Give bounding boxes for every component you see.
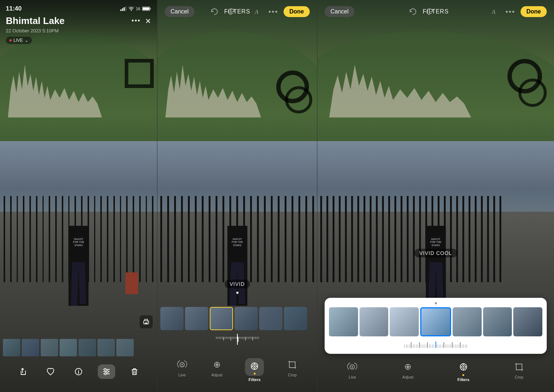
tick-8 (416, 344, 417, 348)
filter-thumb-5[interactable] (259, 307, 282, 330)
p3-topbar: Cancel FILTERS A (317, 0, 554, 23)
fp-thumb-5[interactable] (453, 307, 482, 336)
tick-21 (437, 344, 438, 348)
thumb-4[interactable] (60, 339, 77, 356)
p2-dot-indicator (236, 292, 238, 294)
svg-point-39 (463, 366, 464, 368)
thumb-3[interactable] (41, 339, 58, 356)
svg-point-34 (352, 366, 353, 368)
fp-thumb-1[interactable] (329, 307, 358, 336)
p2-bottom-tabs: Live Adjust (157, 355, 317, 385)
p3-done-button[interactable]: Done (521, 6, 547, 17)
p2-tab-crop[interactable]: Crop (281, 355, 303, 385)
tick-10-major (419, 342, 420, 348)
p2-auto-button[interactable]: A (252, 6, 263, 17)
p2-filters-label-tab: Filters (249, 377, 261, 382)
edit-button[interactable] (98, 364, 115, 379)
filters-panel-vivid-cool: SH⊙OTFOR THESTARS Cancel FILTERS (317, 0, 554, 392)
tick-6 (413, 344, 413, 348)
thumb-6[interactable] (97, 339, 115, 356)
filter-thumb-4[interactable] (234, 307, 258, 330)
heart-icon (46, 367, 55, 376)
p2-cancel-button[interactable]: Cancel (165, 6, 194, 17)
p2-filter-strip[interactable] (157, 307, 317, 330)
p2-tab-live[interactable]: Live (171, 355, 193, 385)
share-button[interactable] (14, 364, 31, 379)
svg-point-16 (104, 369, 106, 371)
deco-wheel (125, 59, 154, 88)
p3-auto-button[interactable]: A (489, 6, 500, 17)
info-button[interactable] (70, 364, 87, 379)
tick-23 (440, 344, 441, 348)
thumbnail-strip[interactable] (0, 337, 157, 359)
p3-tab-live[interactable]: Live (341, 357, 363, 385)
thumb-5[interactable] (79, 339, 96, 356)
delete-button[interactable] (126, 364, 143, 379)
tick-19 (434, 344, 434, 348)
fp-slider-area[interactable] (329, 340, 542, 349)
p2-slider-container[interactable] (157, 334, 317, 345)
tick-4 (409, 344, 410, 348)
svg-point-23 (216, 364, 218, 366)
p2-done-button[interactable]: Done (284, 6, 310, 17)
tick-5-major (411, 342, 412, 348)
p3-auto-icon: A (490, 8, 498, 16)
print-button[interactable] (140, 315, 153, 328)
signal-icon (120, 7, 127, 11)
more-button[interactable]: ••• (132, 17, 141, 25)
p2-deco-wheel2 (285, 86, 312, 113)
fp-thumb-6[interactable] (483, 307, 512, 336)
filter-thumb-6[interactable] (284, 307, 307, 330)
tick-15-major (427, 342, 428, 348)
live-badge[interactable]: LIVE ⌄ (6, 37, 32, 44)
tick-28 (449, 344, 449, 348)
svg-rect-8 (145, 323, 148, 324)
p3-undo-button[interactable] (407, 6, 418, 17)
fp-thumb-3[interactable] (390, 307, 419, 336)
battery-icon (142, 7, 151, 11)
p3-tab-crop[interactable]: Crop (508, 357, 530, 385)
fp-thumb-4-selected[interactable] (420, 307, 451, 336)
auto-icon: A (253, 8, 261, 16)
status-time: 11:40 (6, 5, 21, 12)
svg-point-26 (254, 365, 255, 367)
p2-tab-filters[interactable]: Filters (241, 355, 268, 385)
tick-14 (426, 344, 426, 348)
fp-thumb-7[interactable] (513, 307, 542, 336)
tick-22 (439, 344, 439, 348)
tick-33 (457, 344, 457, 348)
photo-title: Bhimtal Lake (6, 15, 65, 27)
photo-subtitle: 22 October 2023 5:10PM (6, 28, 151, 33)
p3-tab-adjust[interactable]: Adjust (397, 357, 419, 385)
fp-dot-row (329, 302, 542, 304)
p3-cancel-button[interactable]: Cancel (325, 6, 354, 17)
tick-2 (406, 344, 407, 348)
p2-tab-adjust[interactable]: Adjust (206, 355, 228, 385)
p2-more-button[interactable]: ••• (268, 6, 279, 17)
title-actions[interactable]: ••• ✕ (132, 17, 151, 25)
p1-header: 11:40 16 (0, 0, 157, 47)
p3-live-tab-label: Live (349, 375, 356, 379)
thumb-2[interactable] (22, 339, 39, 356)
fp-thumb-2[interactable] (360, 307, 389, 336)
favorite-button[interactable] (42, 364, 59, 379)
fp-thumbs-row[interactable] (329, 307, 542, 336)
thumb-1[interactable] (3, 339, 20, 356)
p2-tab-crop-icon-container (286, 358, 299, 371)
p3-tab-filters[interactable]: Filters (453, 357, 474, 385)
close-button[interactable]: ✕ (145, 17, 151, 25)
fp-tick-marks (329, 341, 542, 348)
filters-panel-vivid: SH⊙OTFOR THESTARS Cancel (157, 0, 317, 392)
thumb-7[interactable] (116, 339, 134, 356)
filter-thumb-1[interactable] (160, 307, 184, 330)
svg-point-12 (78, 370, 79, 371)
filter-thumb-2[interactable] (185, 307, 208, 330)
svg-point-9 (148, 321, 148, 322)
filter-thumb-3[interactable] (210, 307, 233, 330)
live-chevron: ⌄ (25, 38, 28, 43)
filters-tab-icon (249, 361, 260, 372)
p2-filter-active-label: VIVID (225, 280, 250, 288)
p2-undo-button[interactable] (208, 6, 220, 17)
svg-rect-0 (120, 9, 121, 11)
p3-more-button[interactable]: ••• (505, 6, 516, 17)
